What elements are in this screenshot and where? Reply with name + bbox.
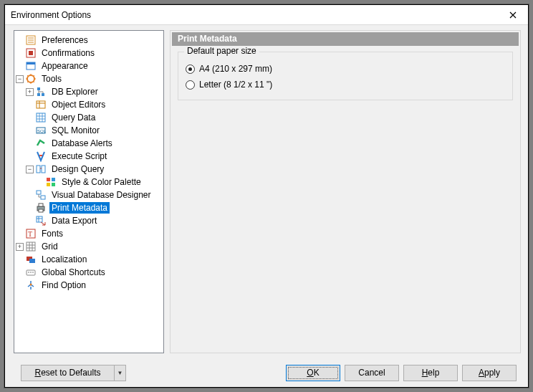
svg-text:T: T xyxy=(28,230,32,238)
svg-rect-33 xyxy=(30,272,32,273)
svg-rect-15 xyxy=(42,166,45,173)
global-shortcuts-icon xyxy=(25,267,37,278)
tree-item-global-shortcuts[interactable]: Global Shortcuts xyxy=(14,266,163,279)
tree-item-object-editors[interactable]: Object Editors xyxy=(14,98,163,111)
chevron-down-icon: ▼ xyxy=(117,370,123,376)
group-title: Default paper size xyxy=(184,46,259,56)
tree-item-style-color-palette[interactable]: Style & Color Palette xyxy=(14,176,163,188)
svg-rect-10 xyxy=(37,113,45,122)
svg-rect-4 xyxy=(27,62,35,64)
close-button[interactable] xyxy=(499,6,527,24)
svg-rect-34 xyxy=(32,272,34,273)
tree-item-fonts[interactable]: TFonts xyxy=(14,227,163,240)
svg-rect-6 xyxy=(37,87,40,90)
tree-item-confirmations[interactable]: Confirmations xyxy=(14,47,163,59)
confirmations-icon xyxy=(25,47,37,59)
dialog-body: Preferences Confirmations Appearance −To… xyxy=(5,25,528,358)
svg-point-35 xyxy=(30,284,32,286)
preferences-icon xyxy=(25,34,37,46)
appearance-icon xyxy=(25,60,37,72)
database-alerts-icon xyxy=(35,138,47,149)
tree-item-appearance[interactable]: Appearance xyxy=(14,59,163,72)
expand-icon[interactable]: + xyxy=(16,243,24,251)
data-export-icon xyxy=(35,215,47,226)
cancel-button[interactable]: Cancel xyxy=(345,365,399,381)
fonts-icon: T xyxy=(25,228,37,239)
svg-rect-20 xyxy=(37,191,41,194)
svg-rect-23 xyxy=(39,204,43,206)
tools-icon xyxy=(25,73,37,85)
grid-icon xyxy=(25,241,37,252)
radio-letter[interactable]: Letter (8 1/2 x 11 ") xyxy=(186,77,505,92)
reset-to-defaults-splitbutton: Reset to Defaults ▼ xyxy=(16,365,126,381)
svg-rect-8 xyxy=(42,93,44,96)
tree-item-print-metadata[interactable]: Print Metadata xyxy=(14,201,163,214)
panel-title: Print Metadata xyxy=(172,32,519,46)
tree-item-design-query[interactable]: −Design Query xyxy=(14,163,163,176)
button-bar: Reset to Defaults ▼ OK Cancel Help Apply xyxy=(5,358,528,387)
execute-script-icon xyxy=(35,150,47,162)
svg-rect-18 xyxy=(47,183,50,186)
close-icon xyxy=(509,11,517,19)
svg-rect-17 xyxy=(52,178,55,181)
reset-dropdown-button[interactable]: ▼ xyxy=(114,365,126,381)
svg-rect-24 xyxy=(39,209,43,212)
svg-rect-25 xyxy=(37,216,42,222)
environment-options-dialog: Environment Options Preferences Confirma… xyxy=(4,4,529,388)
svg-rect-9 xyxy=(37,101,45,108)
tree-item-sql-monitor[interactable]: SQLSQL Monitor xyxy=(14,124,163,137)
tree-item-db-explorer[interactable]: +DB Explorer xyxy=(14,85,163,98)
sql-monitor-icon: SQL xyxy=(35,125,47,136)
svg-rect-28 xyxy=(27,242,35,251)
svg-rect-14 xyxy=(37,166,40,173)
tree-item-find-option[interactable]: Find Option xyxy=(14,279,163,292)
tree-item-execute-script[interactable]: Execute Script xyxy=(14,150,163,163)
apply-button[interactable]: Apply xyxy=(462,365,517,381)
tree-item-localization[interactable]: Localization xyxy=(14,253,163,266)
radio-label: A4 (210 x 297 mm) xyxy=(199,64,272,74)
visual-db-designer-icon xyxy=(35,189,47,201)
design-query-icon xyxy=(35,163,47,175)
localization-icon xyxy=(25,254,37,265)
svg-rect-19 xyxy=(52,183,55,186)
db-explorer-icon xyxy=(35,86,47,97)
radio-label: Letter (8 1/2 x 11 ") xyxy=(199,80,272,90)
window-title: Environment Options xyxy=(11,10,91,20)
tree-item-preferences[interactable]: Preferences xyxy=(14,34,163,47)
object-editors-icon xyxy=(35,99,47,110)
svg-rect-32 xyxy=(28,272,29,273)
tree-item-database-alerts[interactable]: Database Alerts xyxy=(14,137,163,150)
tree-item-tools[interactable]: −Tools xyxy=(14,72,163,85)
tree-item-data-export[interactable]: Data Export xyxy=(14,214,163,227)
svg-rect-30 xyxy=(29,259,35,263)
svg-rect-16 xyxy=(47,178,50,181)
query-data-icon xyxy=(35,112,47,123)
palette-icon xyxy=(45,176,57,188)
svg-rect-13 xyxy=(39,155,42,156)
print-metadata-icon xyxy=(35,202,47,214)
collapse-icon[interactable]: − xyxy=(16,75,24,83)
radio-a4[interactable]: A4 (210 x 297 mm) xyxy=(186,61,505,77)
tree-item-visual-db-designer[interactable]: Visual Database Designer xyxy=(14,188,163,201)
expand-icon[interactable]: + xyxy=(26,88,34,96)
radio-icon xyxy=(186,64,195,74)
svg-rect-21 xyxy=(41,196,45,199)
reset-to-defaults-button[interactable]: Reset to Defaults xyxy=(21,365,114,381)
radio-icon xyxy=(186,80,195,90)
navigation-tree[interactable]: Preferences Confirmations Appearance −To… xyxy=(14,30,164,353)
find-option-icon xyxy=(25,279,37,291)
titlebar: Environment Options xyxy=(5,5,528,25)
collapse-icon[interactable]: − xyxy=(26,166,34,173)
svg-text:SQL: SQL xyxy=(37,129,47,133)
ok-button[interactable]: OK xyxy=(286,365,340,381)
help-button[interactable]: Help xyxy=(403,365,458,381)
svg-rect-2 xyxy=(29,51,33,55)
tree-item-grid[interactable]: +Grid xyxy=(14,240,163,253)
tree-item-query-data[interactable]: Query Data xyxy=(14,111,163,124)
default-paper-size-group: Default paper size A4 (210 x 297 mm) Let… xyxy=(178,52,513,100)
content-panel: Print Metadata Default paper size A4 (21… xyxy=(170,30,521,353)
svg-rect-7 xyxy=(37,93,40,96)
